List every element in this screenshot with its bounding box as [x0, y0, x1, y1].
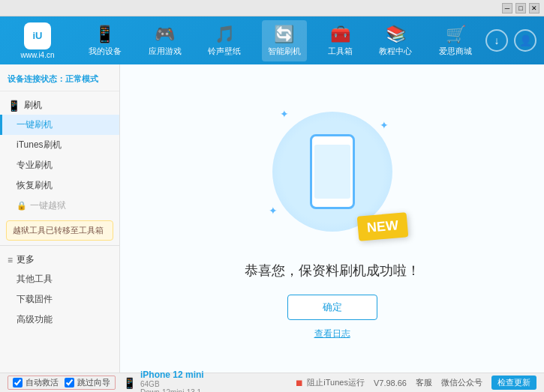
sparkle-1: ✦: [280, 108, 289, 120]
apps-games-label: 应用游戏: [149, 46, 182, 57]
auto-rescue-label: 自动救活: [26, 377, 59, 388]
sidebar-item-one-key-flash[interactable]: 一键刷机: [0, 115, 119, 135]
header-right: ↓ 👤: [485, 29, 536, 52]
sidebar-divider: [0, 245, 119, 246]
sidebar-item-download-firmware[interactable]: 下载固件: [0, 289, 119, 310]
bottom-left: 自动救活 跳过向导 📱 iPhone 12 mini 64GB Down-12m…: [8, 370, 295, 393]
device-storage: 64GB: [140, 380, 204, 388]
lock-icon: 🔒: [17, 201, 27, 211]
status-label: 设备连接状态：: [8, 74, 65, 83]
phone-screen: [314, 145, 350, 199]
skip-wizard-checkbox-group[interactable]: 跳过向导: [65, 377, 110, 388]
phone-shape: [310, 134, 355, 209]
sidebar-item-itunes-flash[interactable]: iTunes刷机: [0, 135, 119, 155]
sidebar-item-other-tools[interactable]: 其他工具: [0, 269, 119, 289]
status-value: 正常模式: [65, 74, 98, 83]
sparkle-2: ✦: [380, 119, 389, 131]
nav-my-device[interactable]: 📱 我的设备: [83, 20, 128, 61]
main-layout: 设备连接状态：正常模式 📱 刷机 一键刷机 iTunes刷机 专业刷机 恢复刷机…: [0, 64, 544, 373]
nav-tutorial[interactable]: 📚 教程中心: [373, 20, 418, 61]
confirm-button[interactable]: 确定: [287, 295, 377, 320]
connection-status: 设备连接状态：正常模式: [0, 70, 119, 91]
flash-group-label: 刷机: [24, 99, 42, 112]
window-controls[interactable]: ─ □ ✕: [502, 3, 539, 13]
nav-bar: 📱 我的设备 🎮 应用游戏 🎵 铃声壁纸 🔄 智能刷机 🧰 工具箱 📚 教程中心…: [75, 20, 485, 61]
more-group-label: 更多: [17, 253, 35, 266]
minimize-button[interactable]: ─: [502, 3, 512, 13]
maximize-button[interactable]: □: [515, 3, 526, 13]
skip-wizard-checkbox[interactable]: [65, 378, 74, 388]
ringtone-icon: 🎵: [215, 25, 235, 44]
my-device-label: 我的设备: [89, 46, 122, 57]
sparkle-3: ✦: [269, 205, 278, 217]
device-phone-icon: 📱: [123, 377, 136, 389]
version-text: V7.98.66: [374, 379, 407, 388]
warning-box: 越狱工具已转移至工具箱: [6, 220, 113, 241]
bottom-bar: 自动救活 跳过向导 📱 iPhone 12 mini 64GB Down-12m…: [0, 373, 544, 392]
check-update-button[interactable]: 检查更新: [491, 376, 536, 390]
phone-circle: [272, 112, 392, 232]
toolbox-icon: 🧰: [330, 25, 350, 44]
sidebar-item-recovery-flash[interactable]: 恢复刷机: [0, 175, 119, 196]
customer-service-link[interactable]: 客服: [416, 377, 432, 388]
stop-itunes-label: 阻止iTunes运行: [307, 377, 365, 388]
header: iU www.i4.cn 📱 我的设备 🎮 应用游戏 🎵 铃声壁纸 🔄 智能刷机…: [0, 16, 544, 64]
sidebar-item-jailbreak: 🔒 一键越狱: [0, 196, 119, 216]
tutorial-icon: 📚: [386, 25, 406, 44]
stop-itunes: ⏹ 阻止iTunes运行: [295, 377, 365, 388]
nav-apps-games[interactable]: 🎮 应用游戏: [143, 20, 188, 61]
download-button[interactable]: ↓: [485, 29, 508, 52]
content-area: NEW ✦ ✦ ✦ 恭喜您，保资料刷机成功啦！ 确定 查看日志: [120, 64, 544, 373]
stop-icon: ⏹: [295, 378, 304, 388]
nav-toolbox[interactable]: 🧰 工具箱: [322, 20, 359, 61]
toolbox-label: 工具箱: [328, 46, 353, 57]
nav-smart-flash[interactable]: 🔄 智能刷机: [262, 20, 307, 61]
flash-group-icon: 📱: [8, 100, 20, 112]
success-message: 恭喜您，保资料刷机成功啦！: [245, 262, 420, 280]
nav-mall[interactable]: 🛒 爱思商城: [433, 20, 478, 61]
checkbox-group-bordered: 自动救活 跳过向导: [8, 376, 116, 390]
auto-rescue-checkbox[interactable]: [13, 378, 23, 388]
sidebar: 设备连接状态：正常模式 📱 刷机 一键刷机 iTunes刷机 专业刷机 恢复刷机…: [0, 64, 120, 373]
mall-label: 爱思商城: [439, 46, 472, 57]
smart-flash-label: 智能刷机: [268, 46, 301, 57]
ringtone-label: 铃声壁纸: [208, 46, 241, 57]
sidebar-item-advanced[interactable]: 高级功能: [0, 310, 119, 330]
sidebar-group-flash: 📱 刷机: [0, 94, 119, 115]
logo-url: www.i4.cn: [20, 51, 54, 59]
smart-flash-icon: 🔄: [274, 25, 294, 44]
wechat-public-link[interactable]: 微信公众号: [441, 377, 482, 388]
bottom-right: ⏹ 阻止iTunes运行 V7.98.66 客服 微信公众号 检查更新: [295, 376, 536, 390]
sidebar-group-more: ≡ 更多: [0, 250, 119, 269]
device-details: iPhone 12 mini 64GB Down-12mini-13,1: [140, 370, 204, 393]
warning-text: 越狱工具已转移至工具箱: [13, 226, 104, 235]
close-button[interactable]: ✕: [529, 3, 539, 13]
skip-wizard-label: 跳过向导: [77, 377, 110, 388]
sidebar-item-pro-flash[interactable]: 专业刷机: [0, 155, 119, 175]
device-name: iPhone 12 mini: [140, 370, 204, 380]
apps-games-icon: 🎮: [155, 25, 175, 44]
my-device-icon: 📱: [95, 25, 115, 44]
logo[interactable]: iU www.i4.cn: [8, 22, 68, 59]
device-system: Down-12mini-13,1: [140, 388, 204, 393]
jailbreak-label: 一键越狱: [30, 199, 66, 212]
nav-ringtone[interactable]: 🎵 铃声壁纸: [202, 20, 247, 61]
title-bar: ─ □ ✕: [0, 0, 544, 16]
view-log-link[interactable]: 查看日志: [314, 328, 350, 340]
new-badge: NEW: [356, 212, 408, 241]
tutorial-label: 教程中心: [379, 46, 412, 57]
mall-icon: 🛒: [446, 25, 466, 44]
success-illustration: NEW ✦ ✦ ✦: [257, 97, 407, 247]
logo-icon: iU: [24, 22, 51, 49]
device-info: 📱 iPhone 12 mini 64GB Down-12mini-13,1: [123, 370, 204, 393]
user-button[interactable]: 👤: [514, 29, 536, 52]
more-group-icon: ≡: [8, 255, 13, 265]
auto-rescue-checkbox-group[interactable]: 自动救活: [13, 377, 59, 388]
